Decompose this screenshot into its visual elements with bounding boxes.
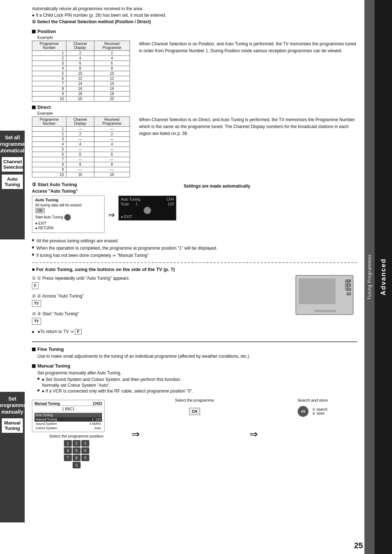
step-circle-3: ③: [32, 311, 36, 317]
arrow-2: ⇒: [246, 428, 261, 440]
numpad-7[interactable]: 7: [64, 455, 72, 461]
search-store-controls: Ok ① search ② store: [268, 406, 357, 417]
numpad-5[interactable]: 5: [73, 447, 81, 454]
manual-tuning-line3: Normally set Colour System "Auto".: [42, 383, 357, 388]
position-th-2: Channel Display: [66, 41, 94, 51]
table-row: 71414: [32, 81, 130, 86]
direct-th-1: Programme Number: [32, 117, 66, 127]
mt-row-colour-val: Auto: [94, 426, 101, 430]
direct-example-label: Example: [37, 111, 357, 115]
dashed-separator: [32, 262, 357, 263]
ch-button[interactable]: CH: [189, 408, 200, 415]
table-row: 9——: [32, 167, 130, 172]
table-row: 5——: [32, 147, 130, 152]
ch-button-wrapper: CH: [150, 406, 239, 417]
select-programme-label: Select the programme: [150, 398, 239, 402]
at-result-ch: CH4: [167, 197, 174, 201]
mt-bullet-1: [37, 378, 40, 380]
bullet-text-2: When the operation is completed, the pro…: [36, 245, 217, 251]
search-label: ① search: [312, 407, 327, 411]
manual-tuning-sidebar-box: ManualTuning: [2, 418, 23, 433]
auto-tuning-label: Auto Tuning: [5, 176, 20, 187]
mt-station-row: 1 BBC1: [34, 407, 102, 412]
step2-text: ② Access "Auto Tuning": [37, 294, 83, 299]
table-row: 366: [32, 61, 130, 66]
manual-tuning-icon: [32, 364, 36, 368]
numpad: 1 2 3 4 5 6 7 8 9 0: [64, 440, 89, 468]
intro-line1: Automatically retune all programmes rece…: [32, 5, 357, 12]
fine-tuning-icon: [32, 348, 36, 351]
at-result-header: Auto Tuning CH4: [121, 197, 174, 201]
table-row: 3——: [32, 137, 130, 142]
numpad-8[interactable]: 8: [73, 455, 81, 461]
fine-tuning-header: Fine Tuning: [32, 346, 357, 352]
numpad-9[interactable]: 9: [81, 455, 89, 461]
bullet-section: All the previous tuning settings are era…: [32, 238, 357, 259]
tv-screen: [299, 279, 335, 304]
set-all-label: Set allprogrammesautomatically: [0, 134, 29, 154]
bullet-text-3: If tuning has not been done completely ⇒…: [36, 252, 149, 259]
tv-side-buttons: F ▲ ▼ TV: [347, 279, 351, 295]
numpad-3[interactable]: 3: [81, 440, 89, 447]
channel-selection-label: Channel Selection: [3, 159, 24, 170]
search-store-labels: ① search ② store: [312, 407, 327, 415]
table-row: 51010: [32, 71, 130, 76]
bottom-sections: Fine Tuning Use to make small adjustment…: [32, 346, 357, 470]
table-row: 888: [32, 162, 130, 167]
step-item-1: ① ① Press repeatedly until "Auto Tuning"…: [32, 275, 288, 290]
at-scan-num: 1: [136, 202, 138, 206]
step-circle-2: ②: [32, 293, 36, 299]
table-row: 102020: [32, 97, 130, 102]
step2-section: ② Start Auto Tuning Access "Auto Tuning"…: [32, 182, 357, 235]
ok-circle[interactable]: Ok: [298, 406, 309, 417]
select-programme-col: Select the programme CH: [150, 398, 239, 417]
mt-display-header: Manual Tuning CH33: [34, 402, 102, 406]
table-row: 222: [32, 132, 130, 137]
at-ok-line: OK: [35, 208, 101, 213]
step2-display-row: Auto Tuning All tuning data will be eras…: [32, 196, 176, 235]
tuning-programmes-sidebar: Tuning Programmes: [364, 0, 375, 554]
direct-table-col: Programme Number Channel Display Receive…: [32, 116, 134, 177]
mt-row-manual-val: 1 120: [92, 418, 101, 421]
at-result-title: Auto Tuning: [121, 197, 140, 201]
f-button-1: F: [32, 282, 38, 289]
at-return-line: ● RETURN: [35, 226, 101, 230]
mt-bullet-2: [37, 389, 40, 391]
f-button-return: F: [75, 329, 81, 335]
tv-v-btn: ▼: [347, 288, 351, 291]
at-ok-btn: OK: [35, 208, 45, 213]
tv-button-1: TV: [32, 300, 41, 307]
bullet-dot-2: [32, 246, 34, 249]
mt-station: 1 BBC1: [62, 407, 74, 411]
store-label: ② store: [312, 411, 327, 415]
bullet-item-2: When the operation is completed, the pro…: [32, 245, 357, 251]
manual-tuning-display: Manual Tuning CH33 1 BBC1 Fine Tuning: [32, 400, 105, 432]
bullet-text-1: All the previous tuning settings are era…: [36, 238, 119, 244]
intro-section: Automatically retune all programmes rece…: [32, 5, 357, 25]
step3-text: ③ Start "Auto Tuning": [37, 311, 79, 316]
at-progress: 120: [168, 202, 174, 206]
mt-row-fine-label: Fine Tuning: [36, 413, 53, 417]
manual-tuning-sidebar-label: ManualTuning: [4, 420, 21, 431]
numpad-4[interactable]: 4: [64, 447, 72, 454]
steps-column: ① ① Press repeatedly until "Auto Tuning"…: [32, 275, 288, 337]
mt-display-ch: CH33: [93, 402, 102, 406]
numpad-6[interactable]: 6: [81, 447, 89, 454]
intro-line2: ● If a Child Lock PIN number (p. 26) has…: [32, 12, 357, 19]
step2-access: Access "Auto Tuning": [32, 189, 176, 194]
tv-button-2: TV: [32, 318, 41, 325]
step2-right: Settings are made automatically: [184, 184, 357, 189]
for-auto-content: ① ① Press repeatedly until "Auto Tuning"…: [32, 275, 357, 337]
numpad-1[interactable]: 1: [64, 440, 72, 447]
at-exit-result: ● EXIT: [121, 215, 174, 219]
auto-tuning-display: Auto Tuning All tuning data will be eras…: [32, 196, 105, 233]
numpad-0[interactable]: 0: [73, 462, 81, 468]
table-row: 244: [32, 56, 130, 61]
numpad-2[interactable]: 2: [73, 440, 81, 447]
remote-icon: [64, 214, 71, 221]
position-table-col: Programme Number Channel Display Receive…: [32, 41, 134, 102]
mt-row-colour-label: Colour System: [36, 426, 57, 430]
table-row: 101010: [32, 172, 130, 177]
at-exit-line: ● EXIT: [35, 221, 101, 225]
direct-two-col: Programme Number Channel Display Receive…: [32, 116, 357, 177]
